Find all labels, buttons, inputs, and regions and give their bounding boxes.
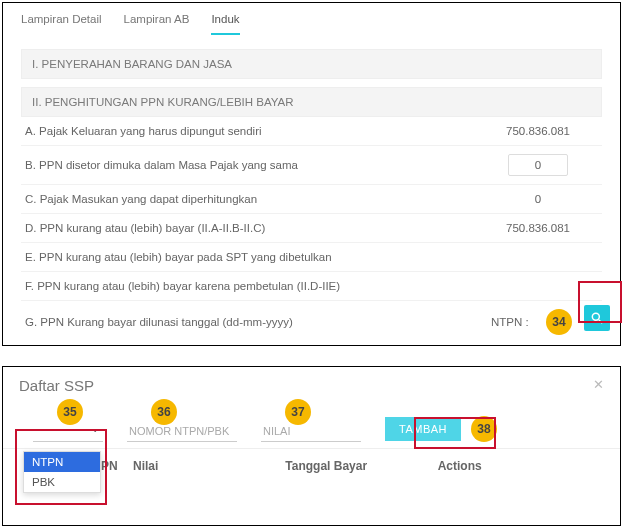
col-actions: Actions (438, 459, 590, 473)
row-d-value: 750.836.081 (478, 222, 598, 234)
row-b-value: 0 (478, 154, 598, 176)
tab-lampiran-ab[interactable]: Lampiran AB (124, 9, 190, 35)
col-tanggal: Tanggal Bayar (285, 459, 437, 473)
badge-38: 38 (471, 416, 497, 442)
nomor-input[interactable] (127, 421, 237, 442)
tambah-field: TAMBAH 38 (385, 416, 497, 442)
row-g-label: G. PPN Kurang bayar dilunasi tanggal (dd… (25, 316, 491, 328)
ntpn-search-button[interactable] (584, 305, 610, 331)
row-b-input[interactable]: 0 (508, 154, 568, 176)
nilai-field: 37 (261, 421, 361, 442)
row-b-label: B. PPN disetor dimuka dalam Masa Pajak y… (25, 159, 478, 171)
row-f-label: F. PPN kurang atau (lebih) bayar karena … (25, 280, 478, 292)
badge-37: 37 (285, 399, 311, 425)
nomor-field: 36 (127, 421, 237, 442)
row-a-label: A. Pajak Keluaran yang harus dipungut se… (25, 125, 478, 137)
row-a-value: 750.836.081 (478, 125, 598, 137)
svg-line-1 (599, 320, 603, 324)
tab-lampiran-detail[interactable]: Lampiran Detail (21, 9, 102, 35)
row-d: D. PPN kurang atau (lebih) bayar (II.A-I… (21, 214, 602, 243)
row-b: B. PPN disetor dimuka dalam Masa Pajak y… (21, 146, 602, 185)
badge-34: 34 (546, 309, 572, 335)
chevron-down-icon[interactable]: ⌄ (91, 423, 99, 434)
badge-36: 36 (151, 399, 177, 425)
filter-row: 35 ⌄ 36 37 TAMBAH 38 (3, 394, 620, 448)
dropdown-opt-ntpn[interactable]: NTPN (24, 452, 100, 472)
close-icon[interactable]: ✕ (593, 377, 604, 392)
row-c: C. Pajak Masukan yang dapat diperhitungk… (21, 185, 602, 214)
nilai-input[interactable] (261, 421, 361, 442)
dropdown-opt-pbk[interactable]: PBK (24, 472, 100, 492)
section-2-header[interactable]: II. PENGHITUNGAN PPN KURANG/LEBIH BAYAR (21, 87, 602, 117)
row-e: E. PPN kurang atau (lebih) bayar pada SP… (21, 243, 602, 272)
row-a: A. Pajak Keluaran yang harus dipungut se… (21, 117, 602, 146)
row-f: F. PPN kurang atau (lebih) bayar karena … (21, 272, 602, 301)
row-c-label: C. Pajak Masukan yang dapat diperhitungk… (25, 193, 478, 205)
search-icon (590, 311, 604, 325)
col-nilai: Nilai (133, 459, 285, 473)
tambah-button[interactable]: TAMBAH (385, 417, 461, 441)
row-d-label: D. PPN kurang atau (lebih) bayar (II.A-I… (25, 222, 478, 234)
row-e-label: E. PPN kurang atau (lebih) bayar pada SP… (25, 251, 478, 263)
svg-point-0 (592, 313, 599, 320)
tab-bar: Lampiran Detail Lampiran AB Induk (3, 3, 620, 35)
ssp-panel: Daftar SSP ✕ 35 ⌄ 36 37 TAMBAH 38 PN Nil… (2, 366, 621, 526)
tab-induk[interactable]: Induk (211, 9, 239, 35)
section-1-header[interactable]: I. PENYERAHAN BARANG DAN JASA (21, 49, 602, 79)
ssp-title: Daftar SSP (19, 377, 94, 394)
main-panel: Lampiran Detail Lampiran AB Induk I. PEN… (2, 2, 621, 346)
content-area: I. PENYERAHAN BARANG DAN JASA II. PENGHI… (3, 35, 620, 357)
row-g: G. PPN Kurang bayar dilunasi tanggal (dd… (21, 301, 602, 343)
row-c-value: 0 (478, 193, 598, 205)
row-g-ntpn-label: NTPN : (491, 316, 546, 328)
type-select-field: 35 ⌄ (33, 421, 103, 442)
type-dropdown[interactable]: NTPN PBK (23, 451, 101, 493)
